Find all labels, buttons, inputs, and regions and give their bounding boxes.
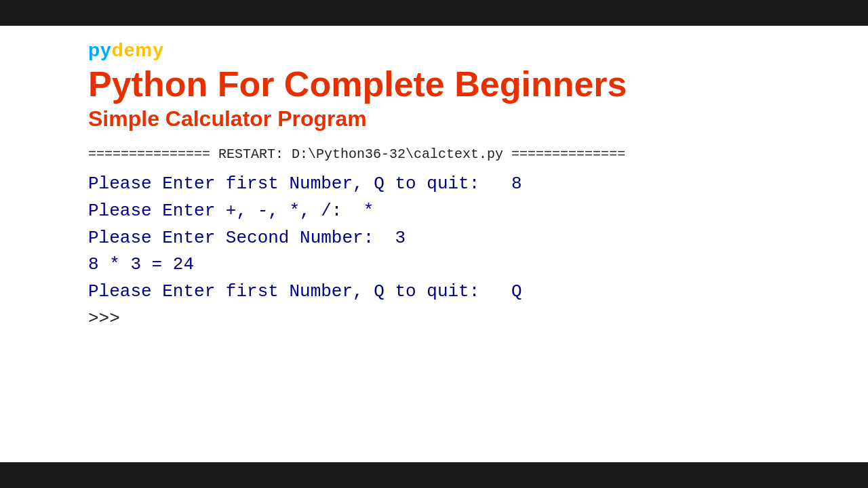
restart-separator: =============== RESTART: D:\Python36-32\… <box>88 146 827 162</box>
brand-py: py <box>88 39 112 60</box>
console-line-2: Please Enter +, -, *, /: * <box>88 199 827 224</box>
page-title-main: Python For Complete Beginners <box>88 65 827 104</box>
page-title-sub: Simple Calculator Program <box>88 106 827 131</box>
brand-demy: demy <box>112 39 164 60</box>
console-prompt: >>> <box>88 306 827 332</box>
console-line-5: Please Enter first Number, Q to quit: Q <box>88 279 827 305</box>
console-line-4: 8 * 3 = 24 <box>88 252 827 278</box>
bottom-bar <box>0 462 868 488</box>
console-line-3: Please Enter Second Number: 3 <box>88 226 827 251</box>
main-content: pydemy Python For Complete Beginners Sim… <box>0 26 868 462</box>
console-line-1: Please Enter first Number, Q to quit: 8 <box>88 171 827 197</box>
top-bar <box>0 0 868 26</box>
brand-logo: pydemy <box>88 39 827 61</box>
console-output: Please Enter first Number, Q to quit: 8 … <box>88 171 827 331</box>
